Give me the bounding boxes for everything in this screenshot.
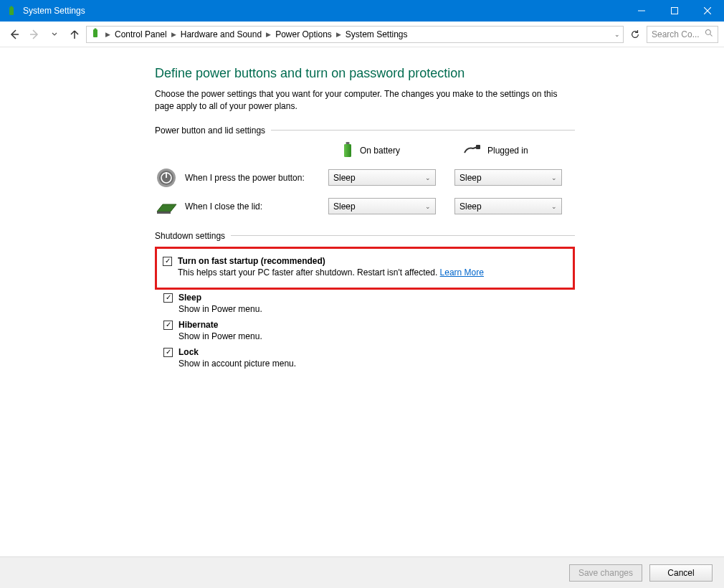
svg-point-10 (706, 30, 711, 35)
section-label: Shutdown settings (155, 231, 225, 241)
hibernate-checkbox[interactable] (163, 321, 173, 330)
chevron-down-icon: ⌄ (425, 203, 431, 210)
col-on-battery: On battery (341, 141, 449, 161)
chevron-down-icon: ⌄ (551, 203, 557, 210)
cancel-button[interactable]: Cancel (649, 564, 713, 582)
breadcrumb-chevron-icon[interactable]: ▶ (171, 31, 176, 38)
search-input[interactable]: Search Co... (647, 26, 718, 43)
row-power-button: When I press the power button: Sleep ⌄ S… (155, 166, 575, 189)
titlebar: System Settings (0, 0, 724, 22)
section-divider (231, 235, 575, 236)
chevron-down-icon: ⌄ (425, 174, 431, 181)
sleep-checkbox[interactable] (163, 293, 173, 303)
breadcrumb-chevron-icon[interactable]: ▶ (105, 31, 110, 38)
svg-rect-20 (157, 212, 171, 214)
maximize-button[interactable] (658, 0, 691, 22)
chevron-down-icon: ⌄ (551, 174, 557, 181)
select-value: Sleep (333, 173, 356, 183)
breadcrumb-item[interactable]: Hardware and Sound (181, 29, 262, 39)
fast-startup-label: Turn on fast startup (recommended) (178, 256, 325, 266)
breadcrumb-chevron-icon[interactable]: ▶ (336, 31, 341, 38)
lock-label: Lock (178, 347, 199, 357)
footer-bar: Save changes Cancel (0, 556, 724, 588)
close-lid-battery-select[interactable]: Sleep ⌄ (328, 198, 436, 214)
row-label: When I press the power button: (185, 173, 321, 183)
lock-checkbox[interactable] (163, 348, 173, 357)
battery-app-icon (6, 5, 17, 16)
learn-more-link[interactable]: Learn More (440, 267, 484, 278)
save-changes-button[interactable]: Save changes (569, 564, 642, 582)
svg-rect-13 (346, 142, 350, 144)
search-icon (705, 29, 713, 39)
svg-rect-0 (9, 7, 14, 15)
shutdown-settings-list: Turn on fast startup (recommended) This … (155, 247, 575, 369)
section-label: Power button and lid settings (155, 125, 265, 136)
lock-sub: Show in account picture menu. (178, 359, 575, 369)
svg-rect-14 (344, 144, 351, 157)
nav-forward-button[interactable] (26, 26, 43, 43)
fast-startup-checkbox[interactable] (163, 257, 172, 266)
nav-back-button[interactable] (6, 26, 23, 43)
power-button-icon (155, 166, 178, 189)
battery-icon (341, 141, 354, 161)
col-label: On battery (360, 146, 400, 156)
hibernate-label: Hibernate (178, 320, 218, 330)
refresh-button[interactable] (627, 26, 644, 43)
column-headers: On battery Plugged in (155, 141, 575, 161)
address-bar[interactable]: ▶ Control Panel ▶ Hardware and Sound ▶ P… (86, 26, 624, 43)
fast-startup-sub: This helps start your PC faster after sh… (178, 267, 567, 278)
plug-icon (463, 144, 482, 158)
hibernate-sub: Show in Power menu. (178, 331, 575, 341)
section-shutdown: Shutdown settings (155, 231, 575, 241)
breadcrumb-item[interactable]: Control Panel (115, 29, 167, 39)
select-value: Sleep (459, 201, 482, 212)
page-description: Choose the power settings that you want … (155, 88, 575, 113)
close-lid-plugged-select[interactable]: Sleep ⌄ (454, 198, 562, 214)
section-divider (271, 130, 575, 131)
col-label: Plugged in (487, 146, 528, 156)
window-controls (625, 0, 724, 22)
nav-recent-dropdown[interactable] (46, 26, 63, 43)
breadcrumb-item[interactable]: Power Options (275, 29, 332, 39)
row-label: When I close the lid: (185, 201, 321, 212)
svg-rect-1 (11, 6, 13, 8)
svg-rect-15 (476, 145, 480, 149)
svg-rect-8 (93, 29, 97, 37)
svg-line-11 (710, 34, 713, 37)
sleep-sub: Show in Power menu. (178, 304, 575, 314)
power-button-battery-select[interactable]: Sleep ⌄ (328, 169, 436, 186)
sleep-label: Sleep (178, 293, 201, 303)
select-value: Sleep (459, 173, 482, 183)
highlighted-fast-startup: Turn on fast startup (recommended) This … (155, 247, 575, 290)
address-dropdown-icon[interactable]: ⌄ (614, 31, 620, 38)
battery-breadcrumb-icon (90, 27, 101, 41)
nav-row: ▶ Control Panel ▶ Hardware and Sound ▶ P… (0, 22, 724, 47)
window-title: System Settings (23, 6, 85, 16)
col-plugged-in: Plugged in (463, 144, 571, 158)
svg-rect-3 (672, 8, 678, 14)
lid-icon (155, 195, 178, 218)
page-title: Define power buttons and turn on passwor… (155, 66, 575, 81)
content-area: Define power buttons and turn on passwor… (0, 47, 724, 556)
minimize-button[interactable] (625, 0, 658, 22)
svg-rect-9 (95, 29, 97, 30)
fast-startup-sub-text: This helps start your PC faster after sh… (178, 267, 440, 278)
select-value: Sleep (333, 201, 356, 212)
search-placeholder: Search Co... (652, 29, 700, 39)
breadcrumb-item[interactable]: System Settings (346, 29, 408, 39)
row-close-lid: When I close the lid: Sleep ⌄ Sleep ⌄ (155, 195, 575, 218)
section-power-button-lid: Power button and lid settings (155, 125, 575, 136)
close-button[interactable] (691, 0, 724, 22)
power-button-plugged-select[interactable]: Sleep ⌄ (454, 169, 562, 186)
breadcrumb-chevron-icon[interactable]: ▶ (266, 31, 271, 38)
nav-up-button[interactable] (66, 26, 83, 43)
